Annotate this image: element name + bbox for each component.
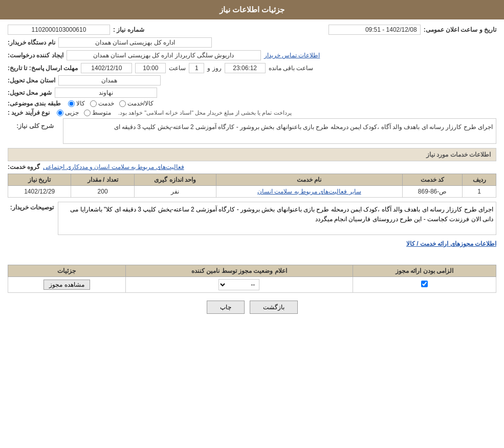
category-kala-khedmat-radio[interactable] <box>119 100 126 107</box>
buyer-desc-label: توصیحات خریدار: <box>8 202 54 211</box>
category-label: طبقه بندی موضوعی: <box>8 100 61 107</box>
table-row: 1ص-86-869سایر فعالیت‌های مربوط به سلامت … <box>8 186 496 198</box>
announce-label: تاریخ و ساعت اعلان عمومی: <box>424 26 496 33</box>
category-kala-radio[interactable] <box>68 100 75 107</box>
need-number-value: 1102000103000610 <box>8 25 110 35</box>
remaining-text: ساعت باقی مانده <box>269 65 314 72</box>
table-cell-0: 1 <box>463 186 496 198</box>
main-content: تاریخ و ساعت اعلان عمومی: 1402/12/08 - 0… <box>0 19 504 327</box>
description-label: شرح کلی نیاز: <box>8 122 59 132</box>
license-section-title[interactable]: اطلاعات مجوزهای ارائه خدمت / کالا <box>8 240 496 247</box>
need-number-label: شماره نیاز : <box>113 26 144 33</box>
col-unit: واحد اندازه گیری <box>134 174 216 186</box>
license-col-status: اعلام وضعیت مجوز توسط نامین کننده <box>125 265 353 277</box>
col-row-num: ردیف <box>463 174 496 186</box>
col-date: تاریخ نیاز <box>8 174 71 186</box>
category-khedmat-radio[interactable] <box>90 100 97 107</box>
process-radio-group: متوسط جزیی <box>57 109 111 116</box>
license-details-cell: مشاهده مجوز <box>8 277 126 293</box>
table-cell-2: سایر فعالیت‌های مربوط به سلامت انسان <box>216 186 402 198</box>
process-mottaset-label: متوسط <box>92 109 111 116</box>
license-status-select[interactable]: -- <box>218 279 259 290</box>
deadline-date: 1402/12/10 <box>81 63 132 73</box>
requester-contact-link[interactable]: اطلاعات تماس خریدار <box>264 52 320 59</box>
category-kala-khedmat-label: کالا/خدمت <box>127 100 154 107</box>
table-cell-4: 200 <box>71 186 134 198</box>
process-jozi-label: جزیی <box>65 109 79 116</box>
province-label: استان محل تحویل: <box>8 77 55 84</box>
print-button[interactable]: چاپ <box>207 301 245 314</box>
license-col-details: جزئیات <box>8 265 126 277</box>
page-title: جزئیات اطلاعات نیاز <box>220 5 284 14</box>
province-value: همدان <box>58 75 161 86</box>
process-mottaset-radio[interactable] <box>84 110 91 116</box>
view-license-button[interactable]: مشاهده مجوز <box>43 280 90 290</box>
category-kala-label: کالا <box>76 100 85 107</box>
col-quantity: تعداد / مقدار <box>71 174 134 186</box>
service-group-value[interactable]: فعالیت‌های مربوط به سلامت انسان و مددکار… <box>43 163 184 170</box>
remaining-label: روز و <box>207 65 221 72</box>
table-cell-1: ص-86-869 <box>402 186 462 198</box>
table-cell-5: 1402/12/29 <box>8 186 71 198</box>
license-row: -- مشاهده مجوز <box>8 277 496 293</box>
bottom-buttons: بازگشت چاپ <box>8 301 496 314</box>
license-col-required: الزامی بودن ارائه مجوز <box>353 265 496 277</box>
process-note: پرداخت تمام یا بخشی از مبلغ خریدار محل "… <box>118 110 292 116</box>
requester-value: داریوش سلگی کاربرداز اداره کل بهزیستی اس… <box>67 50 261 60</box>
city-label: شهر محل تحویل: <box>8 89 52 96</box>
announce-value: 1402/12/08 - 09:51 <box>328 25 421 35</box>
category-khedmat-label: خدمت <box>98 100 114 107</box>
category-radio-group: کالا/خدمت خدمت کالا <box>68 100 154 107</box>
page-container: جزئیات اطلاعات نیاز تاریخ و ساعت اعلان ع… <box>0 0 504 448</box>
buyer-org-value: اداره کل بهزیستی استان همدان <box>58 37 212 48</box>
col-service-code: کد خدمت <box>402 174 462 186</box>
deadline-time: 10:00 <box>135 63 166 73</box>
license-status-cell: -- <box>125 277 353 293</box>
remaining-days: 1 <box>189 63 204 73</box>
license-required-checkbox[interactable] <box>421 281 428 287</box>
process-label: نوع فرآیند خرید : <box>8 109 50 116</box>
license-required-cell <box>353 277 496 293</box>
table-cell-3: نفر <box>134 186 216 198</box>
services-section-header: اطلاعات خدمات مورد نیاز <box>8 148 496 161</box>
requester-label: ایجاد کننده درخواست: <box>8 52 63 59</box>
buyer-desc-value: اجرای طرح کارزار رسانه ای باهدف والد آگا… <box>58 202 496 235</box>
back-button[interactable]: بازگشت <box>250 301 298 314</box>
services-table: ردیف کد خدمت نام خدمت واحد اندازه گیری ت… <box>8 174 496 198</box>
buyer-org-label: نام دستگاه خریدار: <box>8 39 55 46</box>
deadline-time-label: ساعت <box>169 65 186 72</box>
remaining-time: 23:06:12 <box>225 63 266 73</box>
process-jozi-radio[interactable] <box>57 110 63 116</box>
service-group-label: گروه خدمت: <box>8 163 40 170</box>
col-service-name: نام خدمت <box>216 174 402 186</box>
description-value: اجرای طرح کارزار رسانه ای باهدف والد آگا… <box>63 118 496 144</box>
page-header: جزئیات اطلاعات نیاز <box>0 0 504 19</box>
license-table: الزامی بودن ارائه مجوز اعلام وضعیت مجوز … <box>8 265 496 293</box>
city-value: نهاوند <box>55 88 157 98</box>
deadline-label: مهلت ارسال پاسخ: تا تاریخ: <box>8 65 78 72</box>
